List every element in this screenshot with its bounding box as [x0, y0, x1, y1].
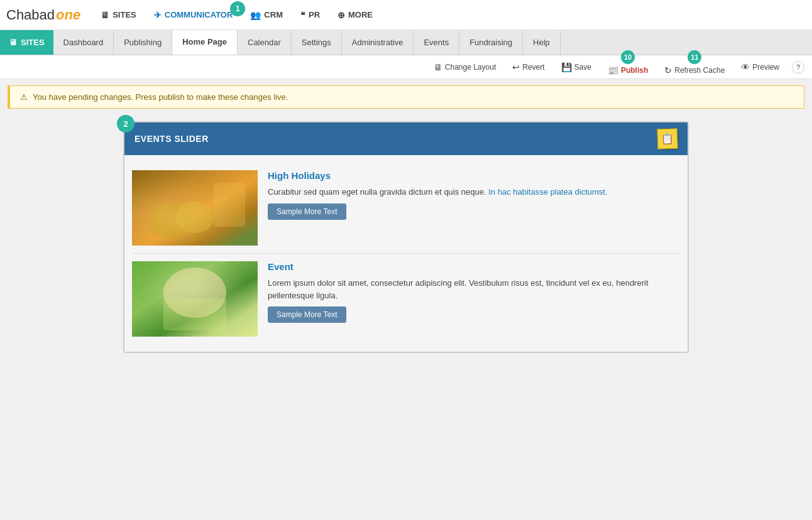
- tab-settings[interactable]: Settings: [292, 30, 342, 55]
- widget-body: High Holidays Curabitur sed quam eget nu…: [124, 155, 688, 352]
- preview-button[interactable]: 👁 Preview: [737, 60, 783, 74]
- svg-rect-4: [132, 261, 258, 337]
- nav-item-crm[interactable]: 👥 CRM: [243, 6, 290, 24]
- pr-icon: ❝: [300, 10, 305, 20]
- save-button[interactable]: 💾 Save: [557, 60, 595, 74]
- refresh-cache-button[interactable]: 11 ↻ Refresh Cache: [661, 57, 728, 77]
- event-title-event[interactable]: Event: [268, 261, 680, 272]
- note-icon[interactable]: 📋: [657, 128, 678, 149]
- help-label: ?: [796, 63, 800, 71]
- revert-label: Revert: [522, 63, 544, 72]
- events-slider-widget: 2 EVENTS SLIDER 📋: [123, 121, 689, 353]
- toolbar: 🖥 Change Layout ↩ Revert 💾 Save 10 📰 Pub…: [0, 55, 812, 79]
- svg-rect-7: [163, 299, 226, 330]
- change-layout-button[interactable]: 🖥 Change Layout: [430, 60, 500, 74]
- sites-icon-small: 🖥: [9, 38, 17, 47]
- widget-badge: 2: [117, 115, 134, 133]
- widget-title: EVENTS SLIDER: [134, 134, 209, 144]
- logo-one: one: [56, 7, 80, 23]
- logo[interactable]: Chabad one: [6, 7, 80, 23]
- publish-label: Publish: [621, 66, 648, 75]
- refresh-cache-badge: 11: [688, 50, 701, 64]
- revert-icon: ↩: [512, 62, 520, 72]
- widget-header: EVENTS SLIDER 📋: [124, 122, 688, 155]
- sites-badge: 🖥 SITES: [0, 30, 53, 55]
- tab-fundraising[interactable]: Fundraising: [459, 30, 523, 55]
- event-row-high-holidays: High Holidays Curabitur sed quam eget nu…: [132, 163, 680, 254]
- event-content-event: Event Lorem ipsum dolor sit amet, consec…: [268, 261, 680, 337]
- svg-point-5: [163, 268, 226, 318]
- tab-administrative[interactable]: Administrative: [342, 30, 414, 55]
- event-row-event: Event Lorem ipsum dolor sit amet, consec…: [132, 254, 680, 344]
- preview-label: Preview: [752, 63, 779, 72]
- save-icon: 💾: [561, 62, 572, 72]
- nav-item-more[interactable]: ⊕ MORE: [330, 6, 380, 24]
- tab-homepage[interactable]: Home Page: [172, 30, 238, 55]
- refresh-cache-label: Refresh Cache: [674, 66, 725, 75]
- event-desc-event: Lorem ipsum dolor sit amet, consectetur …: [268, 277, 680, 301]
- publish-button[interactable]: 10 📰 Publish: [604, 57, 652, 77]
- svg-rect-0: [132, 170, 258, 246]
- tab-calendar[interactable]: Calendar: [238, 30, 292, 55]
- alert-icon: ⚠: [20, 92, 28, 102]
- event-image-high-holidays: [132, 170, 258, 246]
- svg-rect-3: [214, 183, 245, 227]
- nav-item-pr[interactable]: ❝ PR: [293, 6, 327, 24]
- communicator-badge: 1: [230, 1, 245, 16]
- sites-icon: 🖥: [101, 10, 109, 20]
- main-content: 2 EVENTS SLIDER 📋: [0, 115, 812, 359]
- event-image-event: [132, 261, 258, 337]
- sample-more-text-button-1[interactable]: Sample More Text: [268, 203, 346, 220]
- publish-badge: 10: [621, 50, 635, 64]
- refresh-cache-icon: ↻: [664, 65, 672, 75]
- top-nav-items: 🖥 SITES ✈ COMMUNICATOR 1 👥 CRM ❝ PR ⊕ MO…: [93, 6, 806, 24]
- save-label: Save: [574, 63, 591, 72]
- top-navigation: Chabad one 🖥 SITES ✈ COMMUNICATOR 1 👥 CR…: [0, 0, 812, 30]
- svg-point-2: [176, 202, 214, 233]
- change-layout-label: Change Layout: [445, 63, 496, 72]
- event-content-high-holidays: High Holidays Curabitur sed quam eget nu…: [268, 170, 680, 246]
- sites-label: SITES: [21, 38, 45, 47]
- change-layout-icon: 🖥: [434, 62, 442, 72]
- nav-label-communicator: COMMUNICATOR: [165, 10, 233, 19]
- logo-chabad: Chabad: [6, 7, 55, 23]
- more-icon: ⊕: [337, 10, 345, 20]
- nav-item-communicator[interactable]: ✈ COMMUNICATOR 1: [146, 6, 241, 24]
- event-desc-high-holidays: Curabitur sed quam eget nulla gravida di…: [268, 186, 680, 198]
- crm-icon: 👥: [250, 10, 261, 20]
- preview-icon: 👁: [741, 62, 750, 72]
- tab-events[interactable]: Events: [414, 30, 459, 55]
- nav-item-sites[interactable]: 🖥 SITES: [93, 6, 144, 24]
- nav-label-crm: CRM: [264, 10, 283, 19]
- help-button[interactable]: ?: [792, 61, 804, 73]
- revert-button[interactable]: ↩ Revert: [508, 60, 548, 74]
- pending-changes-alert: ⚠ You have pending changes. Press publis…: [8, 85, 804, 109]
- alert-text: You have pending changes. Press publish …: [33, 92, 288, 102]
- event-title-high-holidays[interactable]: High Holidays: [268, 170, 680, 181]
- tab-publishing[interactable]: Publishing: [114, 30, 172, 55]
- communicator-icon: ✈: [154, 10, 162, 20]
- svg-point-1: [148, 203, 192, 238]
- nav-label-more: MORE: [348, 10, 373, 19]
- publish-icon: 📰: [608, 65, 618, 75]
- nav-label-pr: PR: [309, 10, 320, 19]
- tab-dashboard[interactable]: Dashboard: [53, 30, 114, 55]
- nav-label-sites: SITES: [112, 10, 136, 19]
- sample-more-text-button-2[interactable]: Sample More Text: [268, 306, 346, 323]
- tab-help[interactable]: Help: [523, 30, 561, 55]
